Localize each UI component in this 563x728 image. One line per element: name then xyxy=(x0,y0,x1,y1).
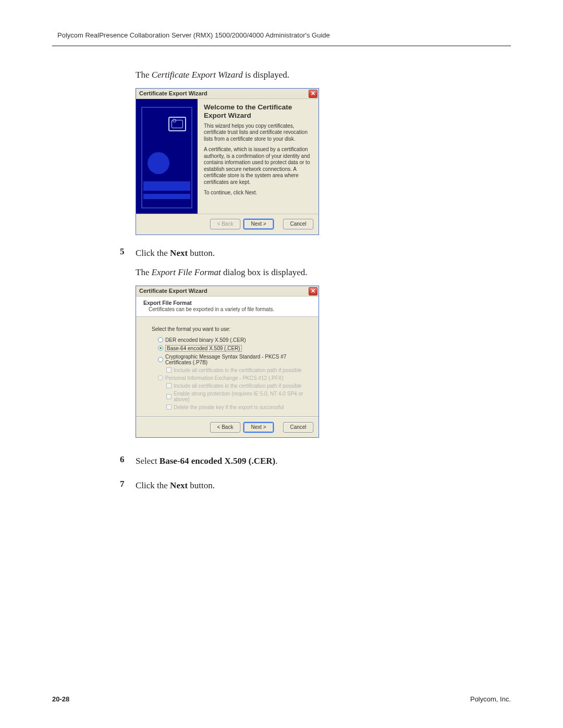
dialog1-p2: A certificate, which is issued by a cert… xyxy=(204,146,312,186)
opt-pkcs7-sub-label: Include all certificates in the certific… xyxy=(174,367,302,373)
opt-pfx-sub2-label: Enable strong protection (requires IE 5.… xyxy=(174,391,311,402)
step5-pre: Click the xyxy=(136,248,170,258)
intro-italic: Certificate Export Wizard xyxy=(152,70,243,80)
step7-pre: Click the xyxy=(136,480,170,490)
step7-text: Click the Next button. xyxy=(136,479,464,492)
checkbox-icon xyxy=(166,383,172,388)
radio-der[interactable]: DER encoded binary X.509 (.CER) xyxy=(152,336,311,344)
step6-post: . xyxy=(275,456,277,466)
step5-bold: Next xyxy=(170,248,188,258)
step5b-text: The Export File Format dialog box is dis… xyxy=(136,266,464,279)
step5-text: Click the Next button. xyxy=(136,246,464,260)
radio-icon xyxy=(158,357,163,362)
export-file-format-dialog: Certificate Export Wizard ✕ Export File … xyxy=(136,286,319,438)
step5b-italic: Export File Format xyxy=(152,267,221,277)
intro-text: The Certificate Export Wizard is display… xyxy=(136,68,464,82)
radio-pfx: Personal Information Exchange - PKCS #12… xyxy=(152,374,311,382)
cert-export-wizard-welcome-dialog: Certificate Export Wizard ✕ Welcome to t… xyxy=(136,88,319,235)
dialog2-header-sub: Certificates can be exported in a variet… xyxy=(149,306,313,312)
next-button[interactable]: Next > xyxy=(243,219,274,229)
opt-der-label: DER encoded binary X.509 (.CER) xyxy=(165,337,246,343)
close-icon[interactable]: ✕ xyxy=(309,287,317,295)
opt-pfx-sub3-label: Delete the private key if the export is … xyxy=(174,404,284,410)
step7-post: button. xyxy=(188,480,215,490)
radio-icon xyxy=(158,337,163,342)
checkbox-icon xyxy=(166,394,172,399)
step6-pre: Select xyxy=(136,456,160,466)
format-prompt: Select the format you want to use: xyxy=(152,326,311,332)
page-number: 20-28 xyxy=(52,695,69,703)
opt-pfx-sub1-label: Include all certificates in the certific… xyxy=(174,383,302,389)
page-footer: 20-28 Polycom, Inc. xyxy=(52,695,511,703)
next-button[interactable]: Next > xyxy=(243,422,274,433)
opt-base64-label: Base-64 encoded X.509 (.CER) xyxy=(165,345,242,352)
footer-company: Polycom, Inc. xyxy=(470,695,511,703)
dialog1-titlebar: Certificate Export Wizard ✕ xyxy=(136,89,319,99)
intro-pre: The xyxy=(136,70,152,80)
dialog1-p3: To continue, click Next. xyxy=(204,190,312,196)
radio-base64[interactable]: Base-64 encoded X.509 (.CER) xyxy=(152,344,311,353)
dialog1-heading: Welcome to the Certificate Export Wizard xyxy=(204,103,312,120)
dialog2-header-title: Export File Format xyxy=(143,300,313,306)
chk-pkcs7-include: Include all certificates in the certific… xyxy=(152,366,311,374)
opt-pfx-label: Personal Information Exchange - PKCS #12… xyxy=(165,375,284,381)
doc-header: Polycom RealPresence Collaboration Serve… xyxy=(57,31,511,39)
step6-text: Select Base-64 encoded X.509 (.CER). xyxy=(136,454,464,468)
dialog1-title: Certificate Export Wizard xyxy=(139,90,207,96)
chk-pfx-strong: Enable strong protection (requires IE 5.… xyxy=(152,390,311,403)
dialog2-title: Certificate Export Wizard xyxy=(139,288,207,294)
step5-post: button. xyxy=(188,248,215,258)
radio-pkcs7[interactable]: Cryptographic Message Syntax Standard - … xyxy=(152,353,311,366)
chk-pfx-include: Include all certificates in the certific… xyxy=(152,382,311,390)
intro-post: is displayed. xyxy=(243,70,289,80)
step6-bold: Base-64 encoded X.509 (.CER) xyxy=(160,456,275,466)
opt-pkcs7-label: Cryptographic Message Syntax Standard - … xyxy=(165,354,311,365)
close-icon[interactable]: ✕ xyxy=(309,90,317,98)
chk-pfx-delete: Delete the private key if the export is … xyxy=(152,403,311,411)
dialog2-titlebar: Certificate Export Wizard ✕ xyxy=(136,286,319,297)
checkbox-icon xyxy=(166,367,172,373)
radio-icon xyxy=(158,375,163,380)
checkbox-icon xyxy=(166,404,172,410)
radio-icon xyxy=(158,346,163,351)
step5b-post: dialog box is displayed. xyxy=(221,267,308,277)
step-number-5: 5 xyxy=(120,246,136,449)
step5b-pre: The xyxy=(136,267,152,277)
header-rule xyxy=(52,45,511,46)
wizard-sidebar-graphic xyxy=(136,99,198,214)
back-button: < Back xyxy=(210,219,240,229)
step-number-7: 7 xyxy=(120,479,136,499)
cancel-button[interactable]: Cancel xyxy=(283,219,313,229)
step7-bold: Next xyxy=(170,480,188,490)
step-number-6: 6 xyxy=(120,454,136,474)
back-button[interactable]: < Back xyxy=(210,422,240,433)
dialog1-p1: This wizard helps you copy certificates,… xyxy=(204,123,312,143)
dialog2-header-panel: Export File Format Certificates can be e… xyxy=(136,297,319,317)
cancel-button[interactable]: Cancel xyxy=(283,422,313,433)
